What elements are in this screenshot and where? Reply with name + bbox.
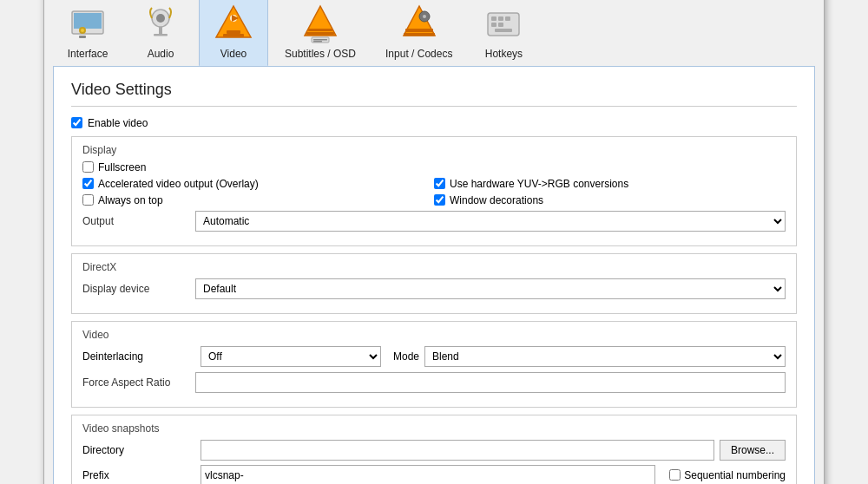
svg-point-8 [81, 29, 84, 32]
svg-rect-35 [495, 29, 512, 32]
enable-video-label[interactable]: Enable video [88, 117, 148, 129]
directory-label: Directory [82, 444, 195, 456]
directx-group-title: DirectX [82, 261, 786, 273]
force-aspect-ratio-label: Force Aspect Ratio [82, 376, 195, 389]
output-select-wrapper: Automatic DirectX OpenGL Vulkan [195, 211, 786, 232]
use-hardware-checkbox[interactable] [434, 178, 445, 189]
force-aspect-ratio-row: Force Aspect Ratio [82, 372, 786, 393]
svg-rect-25 [405, 29, 433, 32]
svg-rect-32 [505, 16, 510, 21]
use-hardware-right: Use hardware YUV->RGB conversions [434, 178, 786, 190]
output-row: Output Automatic DirectX OpenGL Vulkan [82, 211, 786, 232]
tab-bar: Interface Audio Video [44, 0, 824, 66]
svg-rect-22 [313, 39, 327, 41]
video-icon [213, 3, 254, 44]
directory-input[interactable] [201, 440, 714, 461]
display-device-select-wrapper: Default [195, 278, 786, 299]
tab-interface[interactable]: Interface [53, 0, 122, 66]
enable-video-checkbox[interactable] [71, 117, 82, 128]
fullscreen-label[interactable]: Fullscreen [82, 161, 146, 173]
input-icon [398, 3, 440, 44]
tab-interface-label: Interface [68, 48, 108, 60]
tab-input[interactable]: Input / Codecs [372, 0, 465, 66]
video-group: Video Deinterlacing Off On Auto Mode Ble… [71, 321, 797, 408]
mode-select[interactable]: Blend Discard Bob Linear Mean X Yadif Ya… [424, 346, 786, 367]
tab-input-label: Input / Codecs [385, 48, 452, 60]
prefix-input-wrapper [201, 465, 655, 485]
svg-rect-34 [498, 23, 503, 27]
directory-input-wrapper [201, 440, 714, 461]
deinterlacing-label: Deinterlacing [82, 350, 195, 363]
force-aspect-ratio-input[interactable] [195, 372, 786, 393]
sequential-label[interactable]: Sequential numbering [669, 469, 786, 481]
always-on-top-row: Always on top Window decorations [82, 194, 786, 206]
tab-hotkeys-label: Hotkeys [485, 48, 523, 60]
svg-rect-15 [223, 34, 244, 37]
accelerated-label[interactable]: Accelerated video output (Overlay) [82, 178, 259, 190]
video-group-title: Video [82, 329, 786, 341]
deinterlacing-select[interactable]: Off On Auto [201, 346, 381, 367]
svg-rect-31 [498, 16, 503, 21]
display-group-title: Display [82, 144, 786, 156]
prefix-row: Prefix Sequential numbering [82, 465, 786, 485]
enable-video-row: Enable video [71, 117, 797, 129]
accelerated-left: Accelerated video output (Overlay) [82, 178, 434, 190]
svg-point-28 [423, 15, 426, 18]
window-decorations-right: Window decorations [434, 194, 786, 206]
always-on-top-checkbox[interactable] [82, 194, 94, 206]
always-on-top-left: Always on top [82, 194, 434, 206]
directx-group: DirectX Display device Default [71, 253, 797, 314]
display-device-select[interactable]: Default [195, 278, 786, 299]
prefix-input[interactable] [201, 465, 655, 485]
prefix-label: Prefix [82, 469, 195, 481]
deinterlacing-select-wrapper: Off On Auto [201, 346, 381, 367]
interface-icon [67, 3, 108, 44]
display-group: Display Fullscreen Accelerated video out… [71, 136, 797, 246]
audio-icon [140, 3, 181, 44]
window-decorations-label[interactable]: Window decorations [434, 194, 543, 206]
svg-rect-7 [79, 36, 86, 38]
display-device-label: Display device [82, 283, 195, 295]
svg-rect-26 [404, 33, 435, 36]
subtitles-icon [299, 3, 341, 44]
tab-audio[interactable]: Audio [126, 0, 195, 66]
svg-rect-14 [227, 30, 240, 34]
svg-rect-30 [491, 16, 496, 21]
svg-point-10 [156, 14, 165, 23]
tab-hotkeys[interactable]: Hotkeys [469, 0, 538, 66]
svg-rect-12 [154, 34, 168, 36]
hotkeys-icon [483, 3, 524, 44]
output-select[interactable]: Automatic DirectX OpenGL Vulkan [195, 211, 786, 232]
tab-subtitles[interactable]: Subtitles / OSD [272, 0, 369, 66]
accelerated-checkbox[interactable] [82, 178, 94, 189]
mode-label: Mode [393, 350, 419, 363]
accelerated-row: Accelerated video output (Overlay) Use h… [82, 178, 786, 190]
snapshots-group-title: Video snapshots [82, 422, 786, 435]
main-window: Simple Preferences — □ ✕ Interface [43, 0, 825, 484]
fullscreen-left: Fullscreen [82, 161, 786, 173]
sequential-checkbox[interactable] [669, 469, 681, 481]
output-label: Output [82, 215, 195, 227]
deinterlacing-row: Deinterlacing Off On Auto Mode Blend Dis… [82, 346, 786, 367]
tab-video-label: Video [220, 48, 247, 60]
svg-rect-20 [306, 32, 334, 35]
use-hardware-label[interactable]: Use hardware YUV->RGB conversions [434, 178, 628, 190]
browse-button[interactable]: Browse... [720, 440, 786, 461]
window-decorations-checkbox[interactable] [434, 194, 445, 206]
force-aspect-ratio-input-wrapper [195, 372, 786, 393]
directory-row: Directory Browse... [82, 440, 786, 461]
display-device-row: Display device Default [82, 278, 786, 299]
content-area: Video Settings Enable video Display Full… [53, 66, 815, 485]
fullscreen-checkbox[interactable] [82, 161, 94, 173]
svg-rect-33 [491, 23, 496, 27]
tab-subtitles-label: Subtitles / OSD [285, 48, 356, 60]
svg-rect-5 [74, 13, 102, 29]
tab-video[interactable]: Video [199, 0, 268, 66]
always-on-top-label[interactable]: Always on top [82, 194, 163, 206]
fullscreen-row: Fullscreen [82, 161, 786, 173]
svg-rect-11 [159, 27, 162, 34]
svg-rect-23 [313, 41, 322, 43]
mode-select-wrapper: Blend Discard Bob Linear Mean X Yadif Ya… [424, 346, 786, 367]
tab-audio-label: Audio [148, 48, 174, 60]
snapshots-group: Video snapshots Directory Browse... Pref… [71, 415, 797, 485]
